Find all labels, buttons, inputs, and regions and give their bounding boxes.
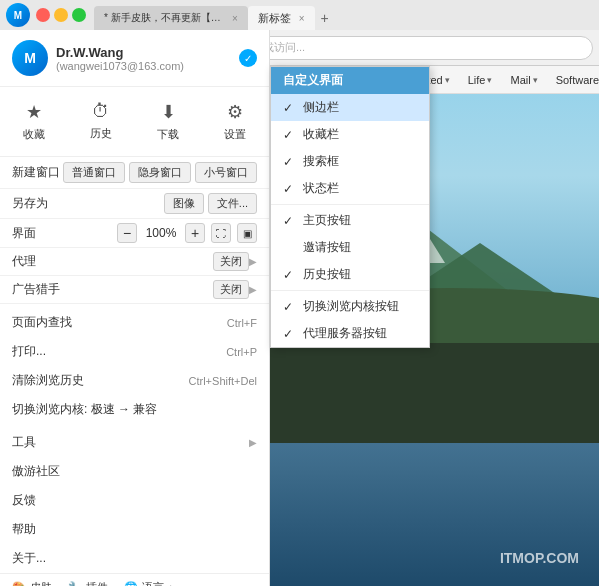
menu-header: M Dr.W.Wang (wangwei1073@163.com) ✓: [0, 30, 269, 87]
zoom-out-button[interactable]: −: [117, 223, 137, 243]
ad-guard-row: 广告猎手 关闭 ▶: [0, 276, 269, 304]
menu-panel: M Dr.W.Wang (wangwei1073@163.com) ✓ ★ 收藏…: [0, 30, 270, 586]
feedback-label: 反馈: [12, 492, 36, 509]
find-page-label: 页面内查找: [12, 314, 72, 331]
maximize-button[interactable]: [72, 8, 86, 22]
bookmark-mail[interactable]: Mail ▾: [502, 72, 545, 88]
mini-window-button[interactable]: 小号窗口: [195, 162, 257, 183]
community-label: 傲游社区: [12, 463, 60, 480]
dropdown-divider-1: [271, 204, 429, 205]
language-icon: 🌐: [124, 581, 138, 586]
community-item[interactable]: 傲游社区: [0, 457, 269, 486]
watermark: ITMOP.COM: [500, 550, 579, 566]
switch-engine-label: 切换浏览内核: 极速 → 兼容: [12, 401, 157, 418]
tools-item[interactable]: 工具 ▶: [0, 428, 269, 457]
status-bar-label: 状态栏: [303, 180, 339, 197]
proxy-btn-check: ✓: [283, 327, 297, 341]
feedback-item[interactable]: 反馈: [0, 486, 269, 515]
settings-icon-item[interactable]: ⚙ 设置: [202, 95, 269, 148]
sidebar-check: ✓: [283, 101, 297, 115]
home-btn-label: 主页按钮: [303, 212, 351, 229]
language-label: 语言: [142, 580, 164, 586]
dropdown-header: 自定义界面: [271, 67, 429, 94]
incognito-window-button[interactable]: 隐身窗口: [129, 162, 191, 183]
ad-guard-arrow: ▶: [249, 284, 257, 295]
dropdown-sidebar[interactable]: ✓ 侧边栏: [271, 94, 429, 121]
about-label: 关于...: [12, 550, 46, 567]
search-box-label: 搜索框: [303, 153, 339, 170]
save-as-row: 另存为 图像 文件...: [0, 189, 269, 219]
dropdown-status-bar[interactable]: ✓ 状态栏: [271, 175, 429, 202]
save-image-button[interactable]: 图像: [164, 193, 204, 214]
dropdown-search-box[interactable]: ✓ 搜索框: [271, 148, 429, 175]
dropdown-history-btn[interactable]: ✓ 历史按钮: [271, 261, 429, 288]
gear-icon: ⚙: [227, 101, 243, 123]
skin-icon: 🎨: [12, 581, 26, 586]
save-file-button[interactable]: 文件...: [208, 193, 257, 214]
ad-guard-label: 广告猎手: [12, 281, 213, 298]
zoom-in-button[interactable]: +: [185, 223, 205, 243]
ad-guard-toggle[interactable]: 关闭: [213, 280, 249, 299]
language-arrow: ▶: [170, 583, 177, 587]
bookmark-life-label: Life: [468, 74, 486, 86]
sidebar-label: 侧边栏: [303, 99, 339, 116]
menu-icons-row: ★ 收藏 ⏱ 历史 ⬇ 下载 ⚙ 设置: [0, 87, 269, 157]
switch-engine-item[interactable]: 切换浏览内核: 极速 → 兼容: [0, 395, 269, 424]
dropdown-favorites-bar[interactable]: ✓ 收藏栏: [271, 121, 429, 148]
fullscreen-button[interactable]: ⛶: [211, 223, 231, 243]
history-icon: ⏱: [92, 101, 110, 122]
close-button[interactable]: [36, 8, 50, 22]
dropdown-invite-btn[interactable]: 邀请按钮: [271, 234, 429, 261]
download-icon-item[interactable]: ⬇ 下载: [135, 95, 202, 148]
about-item[interactable]: 关于...: [0, 544, 269, 573]
new-window-label: 新建窗口: [12, 164, 63, 181]
new-tab-button[interactable]: +: [315, 8, 335, 28]
proxy-arrow: ▶: [249, 256, 257, 267]
split-view-button[interactable]: ▣: [237, 223, 257, 243]
dropdown-proxy-btn[interactable]: ✓ 代理服务器按钮: [271, 320, 429, 347]
bookmark-mail-arrow: ▾: [533, 75, 538, 85]
normal-window-button[interactable]: 普通窗口: [63, 162, 125, 183]
settings-label: 设置: [224, 127, 246, 142]
clear-shortcut: Ctrl+Shift+Del: [189, 375, 257, 387]
bookmark-life[interactable]: Life ▾: [460, 72, 501, 88]
sync-icon[interactable]: ✓: [239, 49, 257, 67]
dropdown-home-btn[interactable]: ✓ 主页按钮: [271, 207, 429, 234]
proxy-label: 代理: [12, 253, 213, 270]
bookmark-mail-label: Mail: [510, 74, 530, 86]
bookmark-software[interactable]: Software ▾: [548, 72, 599, 88]
dropdown-divider-2: [271, 290, 429, 291]
tab-close-new[interactable]: ×: [299, 13, 305, 24]
skin-item[interactable]: 🎨 皮肤: [12, 580, 52, 586]
interface-label: 界面: [12, 225, 117, 242]
history-btn-check: ✓: [283, 268, 297, 282]
zoom-value: 100%: [143, 226, 179, 240]
tools-label: 工具: [12, 434, 36, 451]
language-item[interactable]: 🌐 语言 ▶: [124, 580, 177, 586]
favorites-icon-item[interactable]: ★ 收藏: [0, 95, 67, 148]
proxy-row: 代理 关闭 ▶: [0, 248, 269, 276]
print-item[interactable]: 打印... Ctrl+P: [0, 337, 269, 366]
window-type-buttons: 普通窗口 隐身窗口 小号窗口: [63, 162, 257, 183]
favorites-label: 收藏: [23, 127, 45, 142]
tab-item-new[interactable]: 新标签 ×: [248, 6, 315, 30]
tab-item-old[interactable]: * 新手皮肤，不再更新【12.23】... ×: [94, 6, 248, 30]
dropdown-engine-btn[interactable]: ✓ 切换浏览内核按钮: [271, 293, 429, 320]
skin-label: 皮肤: [30, 580, 52, 586]
tab-title-new: 新标签: [258, 11, 291, 26]
plugin-item[interactable]: 🔧 插件: [68, 580, 108, 586]
find-shortcut: Ctrl+F: [227, 317, 257, 329]
clear-history-item[interactable]: 清除浏览历史 Ctrl+Shift+Del: [0, 366, 269, 395]
window-controls: [36, 8, 86, 22]
history-icon-item[interactable]: ⏱ 历史: [67, 95, 134, 148]
proxy-toggle[interactable]: 关闭: [213, 252, 249, 271]
status-bar-check: ✓: [283, 182, 297, 196]
browser-logo: M: [6, 3, 30, 27]
help-item[interactable]: 帮助: [0, 515, 269, 544]
find-page-item[interactable]: 页面内查找 Ctrl+F: [0, 308, 269, 337]
tab-close-old[interactable]: ×: [232, 13, 238, 24]
star-icon: ★: [26, 101, 42, 123]
minimize-button[interactable]: [54, 8, 68, 22]
customize-dropdown: 自定义界面 ✓ 侧边栏 ✓ 收藏栏 ✓ 搜索框 ✓ 状态栏 ✓ 主页按钮 邀请按…: [270, 66, 430, 348]
bookmark-most-visited-arrow: ▾: [445, 75, 450, 85]
